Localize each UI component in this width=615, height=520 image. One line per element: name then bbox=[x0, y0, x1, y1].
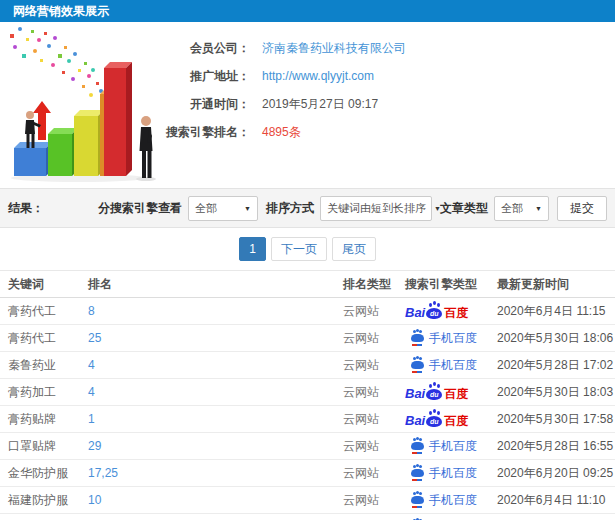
page-1-button[interactable]: 1 bbox=[239, 237, 266, 261]
rank-type-cell: 云网站 bbox=[343, 438, 405, 455]
filter-bar: 结果： 分搜索引擎查看 全部 ▼ 排序方式 关键词由短到长排序 ▼ 文章类型 全… bbox=[0, 188, 615, 228]
table-row: 秦鲁药业 4 云网站 手机百度 2020年5月28日 17:02 bbox=[0, 352, 615, 379]
updated-cell: 2020年5月30日 18:06 bbox=[497, 330, 615, 347]
rank-link[interactable]: 29 bbox=[88, 439, 343, 453]
info-row-company: 会员公司： 济南秦鲁药业科技有限公司 bbox=[158, 34, 615, 62]
table-row: 福建防护服 10 云网站 手机百度 2020年6月4日 11:10 bbox=[0, 487, 615, 514]
filter-controls: 分搜索引擎查看 全部 ▼ 排序方式 关键词由短到长排序 ▼ 文章类型 全部 ▼ … bbox=[98, 196, 607, 221]
rank-link[interactable]: 1 bbox=[88, 412, 343, 426]
rank-count-label: 搜索引擎排名： bbox=[158, 124, 250, 141]
mobile-baidu-text: 手机百度 bbox=[429, 438, 477, 455]
rank-link[interactable]: 25 bbox=[88, 331, 343, 345]
keyword-cell: 膏药加工 bbox=[8, 384, 88, 401]
member-info: 会员公司： 济南秦鲁药业科技有限公司 推广地址： http://www.qlyy… bbox=[158, 22, 615, 146]
info-row-url: 推广地址： http://www.qlyyjt.com bbox=[158, 62, 615, 90]
company-label: 会员公司： bbox=[158, 40, 250, 57]
submit-button[interactable]: 提交 bbox=[557, 196, 607, 221]
baidu-logo: Baidu百度 bbox=[405, 411, 468, 427]
last-page-button[interactable]: 尾页 bbox=[332, 237, 376, 261]
rank-link[interactable]: 8 bbox=[88, 304, 343, 318]
open-time-value: 2019年5月27日 09:17 bbox=[262, 96, 378, 113]
engine-cell: 手机百度 bbox=[405, 357, 497, 374]
keyword-cell: 膏药代工 bbox=[8, 303, 88, 320]
company-link[interactable]: 济南秦鲁药业科技有限公司 bbox=[262, 40, 406, 57]
businessman-right bbox=[136, 116, 156, 181]
sort-selected: 关键词由短到长排序 bbox=[327, 201, 426, 216]
engine-cell: 手机百度 bbox=[405, 465, 497, 482]
sort-label: 排序方式 bbox=[266, 200, 314, 217]
mobile-baidu-logo: 手机百度 bbox=[411, 438, 477, 455]
table-row: 膏药加工 4 云网站 Baidu百度 2020年5月30日 18:03 bbox=[0, 379, 615, 406]
bar-green bbox=[48, 128, 78, 176]
marketing-report-page: 网络营销效果展示 bbox=[0, 0, 615, 520]
keyword-cell: 金华防护服 bbox=[8, 465, 88, 482]
baidu-bai-text: Bai bbox=[405, 414, 425, 427]
top-info-section: 会员公司： 济南秦鲁药业科技有限公司 推广地址： http://www.qlyy… bbox=[0, 22, 615, 188]
baidu-paw-icon: du bbox=[426, 303, 442, 319]
chevron-down-icon: ▼ bbox=[527, 205, 542, 212]
keyword-cell: 膏药代工 bbox=[8, 330, 88, 347]
mobile-baidu-text: 手机百度 bbox=[429, 465, 477, 482]
info-row-open-time: 开通时间： 2019年5月27日 09:17 bbox=[158, 90, 615, 118]
baidu-cn-text: 百度 bbox=[444, 307, 468, 319]
engine-view-selected: 全部 bbox=[195, 201, 217, 216]
rank-type-cell: 云网站 bbox=[343, 303, 405, 320]
updated-cell: 2020年5月30日 18:03 bbox=[497, 384, 615, 401]
pagination: 1 下一页 尾页 bbox=[0, 228, 615, 270]
article-type-select[interactable]: 全部 ▼ bbox=[494, 196, 549, 221]
baidu-paw-icon bbox=[411, 357, 424, 373]
engine-view-select[interactable]: 全部 ▼ bbox=[188, 196, 258, 221]
bar-red bbox=[104, 62, 132, 176]
engine-cell: 手机百度 bbox=[405, 330, 497, 347]
article-type-selected: 全部 bbox=[501, 201, 523, 216]
header-rank-type: 排名类型 bbox=[343, 276, 405, 293]
engine-cell: Baidu百度 bbox=[405, 411, 497, 427]
rank-type-cell: 云网站 bbox=[343, 411, 405, 428]
rank-link[interactable]: 17,25 bbox=[88, 466, 343, 480]
rank-type-cell: 云网站 bbox=[343, 465, 405, 482]
next-page-button[interactable]: 下一页 bbox=[271, 237, 327, 261]
chevron-down-icon: ▼ bbox=[236, 205, 251, 212]
updated-cell: 2020年6月20日 09:25 bbox=[497, 465, 615, 482]
rank-link[interactable]: 10 bbox=[88, 493, 343, 507]
table-row: 手机百度 bbox=[0, 514, 615, 520]
promo-url-link[interactable]: http://www.qlyyjt.com bbox=[262, 69, 374, 83]
result-label: 结果： bbox=[8, 200, 44, 217]
baidu-paw-icon bbox=[411, 330, 424, 346]
baidu-logo: Baidu百度 bbox=[405, 384, 468, 400]
engine-cell: Baidu百度 bbox=[405, 384, 497, 400]
mobile-baidu-text: 手机百度 bbox=[429, 492, 477, 509]
engine-cell: 手机百度 bbox=[405, 492, 497, 509]
header-keyword: 关键词 bbox=[8, 276, 88, 293]
baidu-paw-icon: du bbox=[426, 384, 442, 400]
updated-cell: 2020年6月4日 11:15 bbox=[497, 303, 615, 320]
updated-cell: 2020年5月28日 16:55 bbox=[497, 438, 615, 455]
marketing-bar-chart-illustration bbox=[4, 24, 169, 186]
info-row-rank-count: 搜索引擎排名： 4895条 bbox=[158, 118, 615, 146]
table-row: 膏药贴牌 1 云网站 Baidu百度 2020年5月30日 17:58 bbox=[0, 406, 615, 433]
baidu-bai-text: Bai bbox=[405, 387, 425, 400]
baidu-bai-text: Bai bbox=[405, 306, 425, 319]
rank-type-cell: 云网站 bbox=[343, 492, 405, 509]
keyword-cell: 膏药贴牌 bbox=[8, 411, 88, 428]
mobile-baidu-text: 手机百度 bbox=[429, 357, 477, 374]
sort-select[interactable]: 关键词由短到长排序 ▼ bbox=[320, 196, 432, 221]
baidu-paw-icon: du bbox=[426, 411, 442, 427]
promo-url-label: 推广地址： bbox=[158, 68, 250, 85]
baidu-paw-icon bbox=[411, 438, 424, 454]
updated-cell: 2020年5月30日 17:58 bbox=[497, 411, 615, 428]
header-rank: 排名 bbox=[88, 276, 343, 293]
updated-cell: 2020年6月4日 11:10 bbox=[497, 492, 615, 509]
rank-type-cell: 云网站 bbox=[343, 330, 405, 347]
mobile-baidu-logo: 手机百度 bbox=[411, 465, 477, 482]
baidu-paw-icon bbox=[411, 465, 424, 481]
rank-link[interactable]: 4 bbox=[88, 385, 343, 399]
keyword-cell: 福建防护服 bbox=[8, 492, 88, 509]
engine-view-label: 分搜索引擎查看 bbox=[98, 200, 182, 217]
rank-link[interactable]: 4 bbox=[88, 358, 343, 372]
baidu-paw-icon bbox=[411, 492, 424, 508]
open-time-label: 开通时间： bbox=[158, 96, 250, 113]
mobile-baidu-text: 手机百度 bbox=[429, 330, 477, 347]
updated-cell: 2020年5月28日 17:02 bbox=[497, 357, 615, 374]
baidu-logo: Baidu百度 bbox=[405, 303, 468, 319]
